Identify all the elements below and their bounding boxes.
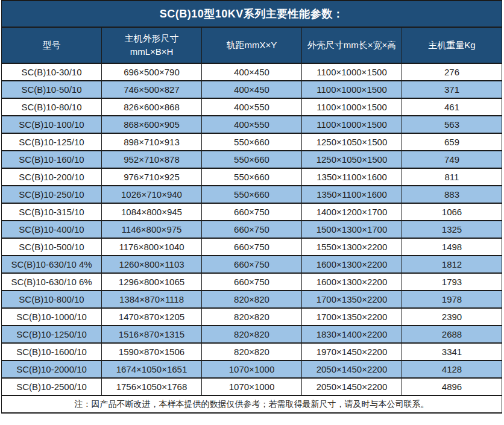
table-cell: SC(B)10-200/10 bbox=[2, 168, 102, 186]
table-cell: SC(B)10-100/10 bbox=[2, 116, 102, 133]
table-cell: 1384×870×1118 bbox=[102, 291, 202, 308]
table-cell: 1600×1300×2200 bbox=[302, 273, 402, 291]
table-cell: 2390 bbox=[402, 308, 502, 326]
table-cell: 2050×1450×2200 bbox=[302, 378, 402, 395]
table-cell: 1084×800×945 bbox=[102, 203, 202, 221]
table-cell: 4128 bbox=[402, 360, 502, 378]
table-cell: 820×820 bbox=[202, 291, 302, 308]
table-cell: 1250×1050×1500 bbox=[302, 133, 402, 151]
table-cell: SC(B)10-80/10 bbox=[2, 98, 102, 116]
table-cell: 811 bbox=[402, 168, 502, 186]
table-row: SC(B)10-100/10868×600×905400×5501100×100… bbox=[2, 116, 502, 133]
table-cell: 660×750 bbox=[202, 238, 302, 256]
table-cell: 820×820 bbox=[202, 343, 302, 360]
table-cell: 1350×1100×1600 bbox=[302, 186, 402, 203]
table-row: SC(B)10-80/10826×600×868400×5501100×1000… bbox=[2, 98, 502, 116]
table-cell: 1756×1050×1768 bbox=[102, 378, 202, 395]
table-cell: 400×550 bbox=[202, 98, 302, 116]
table-cell: 550×660 bbox=[202, 133, 302, 151]
table-cell: SC(B)10-1250/10 bbox=[2, 326, 102, 343]
col-header-shell-dimensions: 外壳尺寸mm长×宽×高 bbox=[302, 27, 402, 63]
table-cell: 1830×1400×2200 bbox=[302, 326, 402, 343]
table-cell: 952×710×878 bbox=[102, 151, 202, 168]
col-header-rail-gauge: 轨距mmX×Y bbox=[202, 27, 302, 63]
table-cell: SC(B)10-2000/10 bbox=[2, 360, 102, 378]
table-row: SC(B)10-1600/101590×870×1506820×8201970×… bbox=[2, 343, 502, 360]
table-cell: 276 bbox=[402, 63, 502, 81]
table-cell: SC(B)10-630/10 6% bbox=[2, 273, 102, 291]
table-row: SC(B)10-500/101176×800×1040660×7501550×1… bbox=[2, 238, 502, 256]
table-row: SC(B)10-630/10 4%1260×800×1103660×750160… bbox=[2, 256, 502, 273]
page-title: SC(B)10型10KV系列主要性能参数： bbox=[1, 0, 502, 27]
table-cell: 400×450 bbox=[202, 63, 302, 81]
table-cell: 1026×710×940 bbox=[102, 186, 202, 203]
table-cell: 1516×870×1315 bbox=[102, 326, 202, 343]
table-body: SC(B)10-30/10696×500×790400×4501100×1000… bbox=[2, 63, 502, 395]
table-cell: SC(B)10-30/10 bbox=[2, 63, 102, 81]
table-cell: 1674×1050×1651 bbox=[102, 360, 202, 378]
table-cell: 3341 bbox=[402, 343, 502, 360]
table-row: SC(B)10-160/10952×710×878550×6601250×105… bbox=[2, 151, 502, 168]
table-cell: 749 bbox=[402, 151, 502, 168]
table-cell: SC(B)10-1000/10 bbox=[2, 308, 102, 326]
table-cell: 1296×800×1065 bbox=[102, 273, 202, 291]
table-row: SC(B)10-50/10746×500×827400×4501100×1000… bbox=[2, 81, 502, 98]
table-cell: 1550×1300×2200 bbox=[302, 238, 402, 256]
footnote: 注：因产品不断改进，本样本提供的数据仅供参考；若需取得最新尺寸，请及时与本公司联… bbox=[2, 395, 502, 413]
col-header-main-dimensions-line1: 主机外形尺寸 bbox=[125, 33, 179, 43]
table-cell: 826×600×868 bbox=[102, 98, 202, 116]
table-cell: 400×450 bbox=[202, 81, 302, 98]
table-row: SC(B)10-125/10898×710×913550×6601250×105… bbox=[2, 133, 502, 151]
table-cell: 1812 bbox=[402, 256, 502, 273]
table-cell: 550×660 bbox=[202, 186, 302, 203]
table-cell: 371 bbox=[402, 81, 502, 98]
table-cell: 1470×870×1205 bbox=[102, 308, 202, 326]
table-cell: 976×710×925 bbox=[102, 168, 202, 186]
table-cell: 1070×1000 bbox=[202, 360, 302, 378]
table-footer: 注：因产品不断改进，本样本提供的数据仅供参考；若需取得最新尺寸，请及时与本公司联… bbox=[2, 395, 502, 413]
table-cell: 660×750 bbox=[202, 203, 302, 221]
table-cell: 550×660 bbox=[202, 168, 302, 186]
table-cell: 2688 bbox=[402, 326, 502, 343]
col-header-weight: 主机重量Kg bbox=[402, 27, 502, 63]
table-row: SC(B)10-2500/101756×1050×17681070×100020… bbox=[2, 378, 502, 395]
table-cell: SC(B)10-630/10 4% bbox=[2, 256, 102, 273]
table-cell: 1100×1000×1500 bbox=[302, 98, 402, 116]
footnote-row: 注：因产品不断改进，本样本提供的数据仅供参考；若需取得最新尺寸，请及时与本公司联… bbox=[2, 395, 502, 413]
table-row: SC(B)10-1250/101516×870×1315820×8201830×… bbox=[2, 326, 502, 343]
col-header-model: 型号 bbox=[2, 27, 102, 63]
table-cell: 1793 bbox=[402, 273, 502, 291]
table-cell: 659 bbox=[402, 133, 502, 151]
table-cell: 1100×1000×1500 bbox=[302, 81, 402, 98]
table-cell: 746×500×827 bbox=[102, 81, 202, 98]
table-cell: 1100×1000×1500 bbox=[302, 116, 402, 133]
header-row: 型号 主机外形尺寸 mmL×B×H 轨距mmX×Y 外壳尺寸mm长×宽×高 主机… bbox=[2, 27, 502, 63]
table-cell: SC(B)10-50/10 bbox=[2, 81, 102, 98]
table-row: SC(B)10-200/10976×710×925550×6601350×110… bbox=[2, 168, 502, 186]
table-cell: 696×500×790 bbox=[102, 63, 202, 81]
table-cell: SC(B)10-315/10 bbox=[2, 203, 102, 221]
spec-sheet: SC(B)10型10KV系列主要性能参数： 型号 主机外形尺寸 mmL×B×H … bbox=[1, 0, 502, 414]
table-cell: SC(B)10-2500/10 bbox=[2, 378, 102, 395]
table-cell: 1325 bbox=[402, 221, 502, 238]
table-cell: 820×820 bbox=[202, 326, 302, 343]
table-cell: 1176×800×1040 bbox=[102, 238, 202, 256]
table-cell: 400×550 bbox=[202, 116, 302, 133]
table-cell: 660×750 bbox=[202, 256, 302, 273]
table-cell: 1978 bbox=[402, 291, 502, 308]
table-cell: 1590×870×1506 bbox=[102, 343, 202, 360]
table-cell: SC(B)10-250/10 bbox=[2, 186, 102, 203]
table-cell: 660×750 bbox=[202, 273, 302, 291]
table-cell: 820×820 bbox=[202, 308, 302, 326]
table-cell: SC(B)10-160/10 bbox=[2, 151, 102, 168]
table-header: 型号 主机外形尺寸 mmL×B×H 轨距mmX×Y 外壳尺寸mm长×宽×高 主机… bbox=[2, 27, 502, 63]
table-cell: 563 bbox=[402, 116, 502, 133]
table-row: SC(B)10-250/101026×710×940550×6601350×11… bbox=[2, 186, 502, 203]
table-cell: 1146×800×975 bbox=[102, 221, 202, 238]
table-row: SC(B)10-800/101384×870×1118820×8201700×1… bbox=[2, 291, 502, 308]
table-cell: SC(B)10-125/10 bbox=[2, 133, 102, 151]
table-cell: 1400×1200×1700 bbox=[302, 203, 402, 221]
table-cell: 1250×1050×1500 bbox=[302, 151, 402, 168]
table-cell: SC(B)10-1600/10 bbox=[2, 343, 102, 360]
table-cell: 883 bbox=[402, 186, 502, 203]
